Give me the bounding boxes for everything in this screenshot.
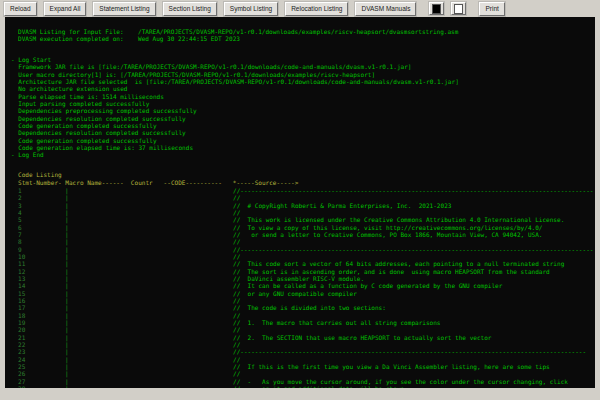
run-info-line: DVASM Listing for Input File:/TAREA/PROJ… — [18, 28, 458, 35]
code-listing-row[interactable]: 15|// or any GNU compatible compiler — [5, 290, 595, 297]
source-text: // — [233, 370, 240, 377]
macro-column-separator: | — [65, 260, 69, 267]
listing-terminal[interactable]: DVASM Listing for Input File:/TAREA/PROJ… — [5, 17, 595, 388]
log-line: Code generation completed successfully — [11, 137, 459, 144]
source-text: // This code sort a vector of 64 bits ad… — [233, 260, 564, 267]
code-listing-row[interactable]: 5|// This work is licensed under the Cre… — [5, 216, 595, 223]
toolbar-button-relocation-listing[interactable]: Relocation Listing — [285, 2, 348, 16]
stmt-number: 15 — [18, 290, 25, 297]
toolbar-button-dvasm-manuals[interactable]: DVASM Manuals — [355, 2, 416, 16]
toolbar: ReloadExpand AllStatement ListingSection… — [0, 0, 600, 17]
macro-column-separator: | — [65, 275, 69, 282]
macro-column-separator: | — [65, 304, 69, 311]
log-line: Framework JAR file is [file:/TAREA/PROJE… — [11, 63, 459, 70]
black-color-swatch-button[interactable] — [429, 2, 444, 15]
code-listing-row[interactable]: 26|// — [5, 370, 595, 377]
stmt-number: 25 — [18, 363, 25, 370]
toolbar-button-reload[interactable]: Reload — [4, 2, 37, 16]
code-listing-row[interactable]: 27|// - As you move the cursor around, i… — [5, 378, 595, 385]
code-listing-row[interactable]: 12|// The sort is in ascending order, an… — [5, 268, 595, 275]
code-listing-row[interactable]: 17|// The code is divided into two secti… — [5, 304, 595, 311]
code-listing-row[interactable]: 20|// — [5, 326, 595, 333]
code-listing-rows: 1|//------------------------------------… — [5, 187, 595, 388]
macro-column-separator: | — [65, 187, 69, 194]
stmt-number: 20 — [18, 326, 25, 333]
stmt-number: 3 — [18, 202, 22, 209]
code-listing-row[interactable]: 9|//------------------------------------… — [5, 246, 595, 253]
stmt-number: 12 — [18, 268, 25, 275]
macro-column-separator: | — [65, 297, 69, 304]
toolbar-button-section-listing[interactable]: Section Listing — [163, 2, 217, 16]
code-listing-row[interactable]: 22|// — [5, 341, 595, 348]
code-listing-row[interactable]: 23|//-----------------------------------… — [5, 348, 595, 355]
log-line: Parse elapsed time is: 1514 milliseconds — [11, 93, 459, 100]
code-listing-row[interactable]: 16|// — [5, 297, 595, 304]
macro-column-separator: | — [65, 253, 69, 260]
toolbar-button-statement-listing[interactable]: Statement Listing — [93, 2, 155, 16]
log-toggle-line[interactable]: - Log End — [11, 151, 459, 158]
stmt-number: 14 — [18, 282, 25, 289]
run-info-label: DVASM execution completed on: — [18, 35, 138, 42]
stmt-number: 7 — [18, 231, 22, 238]
code-listing-column-header: Stmt-Number- Macro Name------ Countr --C… — [18, 179, 298, 186]
code-listing-row[interactable]: 21|// 2. The SECTION that use macro HEAP… — [5, 334, 595, 341]
macro-column-separator: | — [65, 290, 69, 297]
source-text: // on it and additional data will be sho… — [233, 385, 404, 388]
source-text: // The sort is in ascending order, and i… — [233, 268, 550, 275]
code-listing-row[interactable]: 1|//------------------------------------… — [5, 187, 595, 194]
stmt-number: 9 — [18, 246, 22, 253]
code-listing-row[interactable]: 7|// or send a letter to Creative Common… — [5, 231, 595, 238]
white-color-swatch-button[interactable] — [451, 2, 466, 15]
code-listing-row[interactable]: 14|// It can be called as a function by … — [5, 282, 595, 289]
stmt-number: 27 — [18, 378, 25, 385]
macro-column-separator: | — [65, 341, 69, 348]
source-text: // # CopyRight Roberti & Parma Enterpris… — [233, 202, 451, 209]
macro-column-separator: | — [65, 282, 69, 289]
code-listing-row[interactable]: 2|// — [5, 194, 595, 201]
macro-column-separator: | — [65, 378, 69, 385]
stmt-number: 4 — [18, 209, 22, 216]
code-listing-row[interactable]: 25|// If this is the first time you view… — [5, 363, 595, 370]
toolbar-button-expand-all[interactable]: Expand All — [44, 2, 87, 16]
source-text: // This work is licensed under the Creat… — [233, 216, 564, 223]
source-text: // To view a copy of this license, visit… — [233, 224, 542, 231]
toolbar-button-symbol-listing[interactable]: Symbol Listing — [224, 2, 278, 16]
stmt-number: 6 — [18, 224, 22, 231]
code-listing-row[interactable]: 18|// — [5, 312, 595, 319]
source-text: //--------------------------------------… — [233, 348, 586, 355]
source-text: // — [233, 253, 240, 260]
macro-column-separator: | — [65, 231, 69, 238]
code-listing-row[interactable]: 8|// — [5, 238, 595, 245]
code-listing-row[interactable]: 3|// # CopyRight Roberti & Parma Enterpr… — [5, 202, 595, 209]
code-listing-row[interactable]: 10|// — [5, 253, 595, 260]
macro-column-separator: | — [65, 326, 69, 333]
source-text: // — [233, 209, 240, 216]
macro-column-separator: | — [65, 216, 69, 223]
macro-column-separator: | — [65, 385, 69, 388]
code-listing-row[interactable]: 6|// To view a copy of this license, vis… — [5, 224, 595, 231]
stmt-number: 16 — [18, 297, 25, 304]
code-listing-row[interactable]: 13|// DaVinci assembler RISC-V module. — [5, 275, 595, 282]
code-listing-row[interactable]: 4|// — [5, 209, 595, 216]
macro-column-separator: | — [65, 194, 69, 201]
code-listing-row[interactable]: 28|// on it and additional data will be … — [5, 385, 595, 388]
code-listing-row[interactable]: 11|// This code sort a vector of 64 bits… — [5, 260, 595, 267]
source-text: // — [233, 341, 240, 348]
run-info-value: Wed Aug 30 22:44:15 EDT 2023 — [138, 35, 240, 42]
macro-column-separator: | — [65, 312, 69, 319]
source-text: // - As you move the cursor around, if y… — [233, 378, 568, 385]
macro-column-separator: | — [65, 319, 69, 326]
code-listing-row[interactable]: 24|// — [5, 356, 595, 363]
macro-column-separator: | — [65, 238, 69, 245]
log-toggle-line[interactable]: - Log Start — [11, 56, 459, 63]
source-text: // 2. The SECTION that use macro HEAPSOR… — [233, 334, 491, 341]
code-listing-title: Code Listing — [18, 171, 62, 178]
black-square-icon — [432, 4, 441, 14]
stmt-number: 24 — [18, 356, 25, 363]
macro-column-separator: | — [65, 224, 69, 231]
code-listing-row[interactable]: 19|// 1. The macro that carries out all … — [5, 319, 595, 326]
macro-column-separator: | — [65, 370, 69, 377]
source-text: // — [233, 194, 240, 201]
print-button[interactable]: Print — [479, 2, 504, 16]
macro-column-separator: | — [65, 363, 69, 370]
